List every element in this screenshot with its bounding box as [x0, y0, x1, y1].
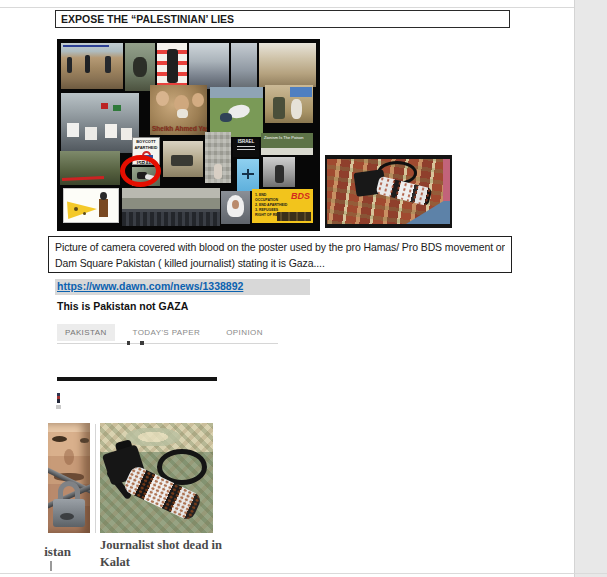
collage-photo-cartoon	[63, 188, 119, 223]
woman-silhouette	[291, 99, 302, 119]
dawn-news-link[interactable]: https://www.dawn.com/news/1338892	[57, 280, 243, 292]
collage-photo-israel-poster: ISRAEL	[233, 139, 259, 157]
tab-bar-mark	[127, 341, 130, 345]
figure-silhouette	[133, 57, 147, 77]
collage-photo-protest	[61, 93, 139, 153]
eye	[52, 436, 67, 442]
title-box: EXPOSE THE “PALESTINIAN’ LIES	[55, 10, 510, 28]
page-right-margin	[574, 0, 607, 577]
face	[156, 91, 169, 106]
israel-poster-text: ISRAEL	[233, 139, 259, 145]
figure-silhouette	[275, 165, 284, 183]
caption-line-2: Dam Square Pakistan ( killed journalist)…	[55, 255, 505, 271]
crowd-row	[122, 212, 220, 226]
page-top-rule	[0, 7, 574, 8]
collage-photo-sky-plane	[237, 159, 259, 191]
headline-line-2: Kalat	[100, 554, 230, 571]
collage-image[interactable]: Sheikh Ahmed Yassin BOYCOTT APARTHEID IS…	[57, 39, 320, 231]
tab-todays-paper[interactable]: TODAY'S PAPER	[125, 324, 209, 341]
tab-opinion[interactable]: OPINION	[218, 324, 271, 341]
collage-photo-bds-banner: 1. END OCCUPATION 2. END APARTHEID 3. RE…	[252, 189, 313, 223]
tab-pakistan[interactable]: PAKISTAN	[57, 324, 115, 341]
red-circle-annotation	[120, 155, 161, 187]
bds-logo: BDS	[291, 191, 310, 201]
beard	[177, 109, 188, 118]
headline-line-1: Journalist shot dead in	[100, 537, 230, 554]
collage-caption-strip	[63, 45, 109, 47]
news-tab-bar: PAKISTAN TODAY'S PAPER OPINION	[57, 324, 271, 341]
red-text-streak	[62, 176, 104, 181]
collage-photo-photo-wall	[205, 132, 231, 183]
flag-red	[101, 103, 108, 109]
collage-photo-street-crowd	[122, 188, 220, 226]
collage-photo-crowd-2	[231, 43, 257, 89]
face	[232, 200, 239, 209]
collage-photo-sheikh-yassin: Sheikh Ahmed Yassin	[150, 85, 207, 135]
zionism-banner-text: Zionism Is The Poison	[261, 133, 313, 140]
collage-photo-girl-rubble	[263, 157, 295, 187]
cropped-image-sliver-2	[56, 405, 61, 409]
cheese-wedge	[67, 197, 97, 219]
padlock-keyhole	[60, 513, 74, 520]
thumbnail-separator	[95, 424, 96, 533]
cheese-hole	[83, 212, 86, 215]
collage-photo-soldiers-overlook	[61, 43, 123, 89]
protest-sign	[67, 123, 79, 137]
tab-bar-underline	[57, 343, 278, 344]
collage-photo-tank	[163, 141, 203, 177]
statement-text: This is Pakistan not GAZA	[57, 300, 188, 312]
collage-photo-hijab-woman	[221, 191, 250, 224]
collage-photo-rubble	[259, 43, 316, 87]
apartheid-text: APARTHEID	[133, 145, 159, 150]
collage-photo-soldiers-green	[60, 151, 120, 185]
plane-icon	[247, 169, 249, 179]
nose-shadow	[64, 449, 74, 465]
collage-photo-zionism-banner: Zionism Is The Poison	[261, 133, 313, 155]
bloodied-camera-image[interactable]	[100, 423, 213, 533]
collage-photo-arrest	[125, 43, 155, 91]
pink-stripe	[443, 159, 450, 201]
soldier-silhouette	[273, 97, 285, 119]
speaker-figure	[100, 192, 107, 200]
city-silhouette	[277, 212, 311, 221]
caption-box: Picture of camera covered with blood on …	[48, 236, 512, 273]
thick-divider-line	[57, 377, 217, 381]
israel-poster-lines	[237, 146, 255, 152]
article-headline[interactable]: Journalist shot dead in Kalat	[100, 537, 230, 571]
collage-photo-crowd-1	[189, 43, 229, 89]
text-cursor-mark	[50, 561, 52, 571]
collage-photo-kneeling-man	[210, 87, 263, 137]
page-title: EXPOSE THE “PALESTINIAN’ LIES	[61, 13, 234, 25]
padlocked-face-image[interactable]	[48, 423, 90, 533]
blue-caption-tag	[290, 87, 312, 97]
collage-photo-soldier-woman	[265, 85, 313, 123]
boycott-text: BOYCOTT	[133, 139, 159, 144]
face	[192, 93, 204, 107]
podium	[99, 199, 108, 217]
collage-photo-red-poster	[157, 43, 187, 91]
caption-line-1: Picture of camera covered with blood on …	[55, 239, 505, 255]
protest-sign	[105, 124, 117, 138]
protest-sign	[121, 128, 132, 140]
bds-demand-1: 1. END OCCUPATION	[255, 193, 289, 203]
figure-silhouette	[220, 113, 232, 122]
camera-on-rug-image[interactable]	[325, 155, 452, 228]
eye	[80, 438, 89, 443]
tab-bar-mark	[140, 341, 144, 345]
bottom-rule	[0, 573, 607, 574]
document-page: EXPOSE THE “PALESTINIAN’ LIES	[0, 0, 607, 577]
cropped-headline-text: kistan	[44, 544, 71, 560]
cropped-headline-left[interactable]: kistan	[44, 544, 72, 560]
figure-silhouette	[167, 49, 178, 83]
child-silhouette	[214, 164, 222, 179]
flag-green	[113, 105, 121, 111]
tank-silhouette	[171, 155, 193, 166]
soldier-silhouette	[85, 55, 90, 73]
sheikh-yassin-label: Sheikh Ahmed Yassin	[152, 125, 207, 132]
soldier-silhouette	[67, 57, 72, 73]
cropped-image-sliver	[57, 393, 60, 403]
cheese-hole	[74, 207, 78, 211]
protest-sign	[85, 127, 97, 140]
soldier-silhouette	[105, 56, 111, 73]
